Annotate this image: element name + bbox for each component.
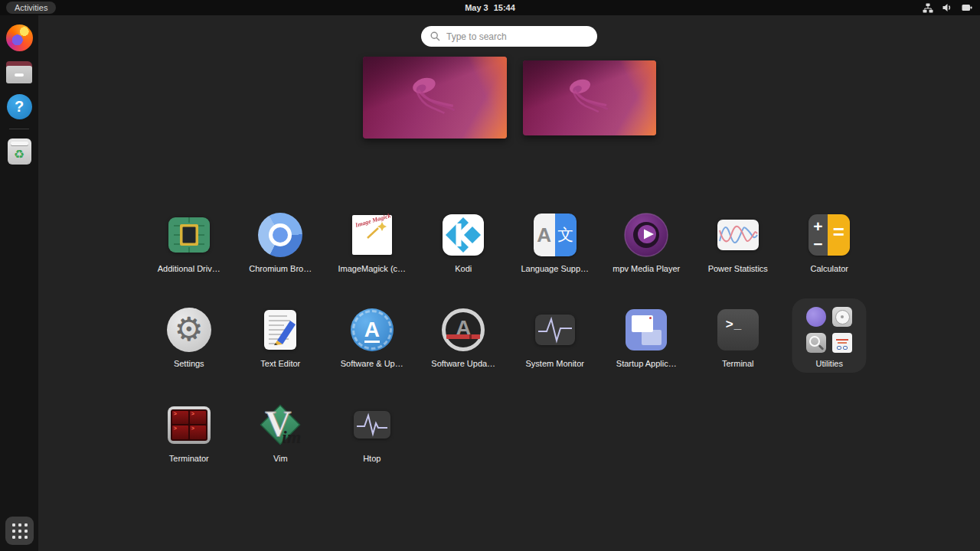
logs-mini-icon bbox=[806, 333, 826, 353]
dock-separator bbox=[9, 129, 29, 129]
text-editor-icon bbox=[256, 305, 305, 354]
vim-im-glyph: im bbox=[282, 427, 301, 447]
app-settings[interactable]: ⚙ Settings bbox=[143, 305, 235, 368]
system-monitor-icon bbox=[531, 305, 580, 354]
plus-glyph: + bbox=[813, 218, 822, 234]
clock-menu[interactable]: May 3 15:44 bbox=[465, 3, 515, 12]
gear-glyph: ⚙ bbox=[174, 313, 204, 346]
app-startup-applications[interactable]: Startup Applic… bbox=[601, 305, 693, 368]
app-calculator[interactable]: + − = Calculator bbox=[784, 210, 876, 273]
system-status-area[interactable] bbox=[923, 3, 972, 13]
app-grid-row-3: > > > > Terminator bbox=[143, 400, 875, 463]
app-label: Additional Driv… bbox=[158, 264, 220, 273]
software-properties-icon: A bbox=[348, 305, 397, 354]
firefox-icon bbox=[6, 24, 33, 51]
app-label: Software Upda… bbox=[431, 359, 495, 368]
show-applications-button[interactable] bbox=[5, 517, 34, 545]
dock-item-help[interactable]: ? bbox=[4, 91, 34, 122]
software-updater-icon: A bbox=[439, 305, 488, 354]
app-power-statistics[interactable]: Power Statistics bbox=[692, 210, 784, 273]
clock-date: May 3 bbox=[465, 3, 488, 12]
boxes-mini-icon bbox=[806, 307, 826, 327]
app-folder-utilities[interactable]: Utilities bbox=[784, 305, 876, 368]
app-label: System Monitor bbox=[526, 359, 584, 368]
additional-drivers-icon bbox=[165, 210, 214, 259]
app-kodi[interactable]: Kodi bbox=[418, 210, 510, 273]
app-terminator[interactable]: > > > > Terminator bbox=[143, 400, 235, 463]
prompt-glyph: >_ bbox=[726, 317, 742, 331]
app-label: Vim bbox=[273, 454, 288, 463]
chromium-icon bbox=[256, 210, 305, 259]
kodi-icon bbox=[439, 210, 488, 259]
clock-time: 15:44 bbox=[494, 3, 515, 12]
network-icon bbox=[923, 3, 933, 13]
app-grid-row-2: ⚙ Settings Text Editor bbox=[143, 305, 875, 368]
power-statistics-icon bbox=[714, 210, 763, 259]
app-label: Language Supp… bbox=[521, 264, 589, 273]
latin-a-glyph: A bbox=[537, 223, 551, 247]
app-chromium[interactable]: Chromium Bro… bbox=[235, 210, 327, 273]
terminator-icon: > > > > bbox=[165, 400, 214, 449]
vim-icon: V im bbox=[256, 400, 305, 449]
search-icon bbox=[430, 31, 440, 41]
app-label: Terminator bbox=[169, 454, 209, 463]
app-vim[interactable]: V im Vim bbox=[235, 400, 327, 463]
app-label: Software & Up… bbox=[341, 359, 403, 368]
activities-button[interactable]: Activities bbox=[6, 2, 56, 14]
help-glyph: ? bbox=[15, 98, 24, 116]
software-a-glyph: A bbox=[364, 318, 380, 342]
app-label: Calculator bbox=[810, 264, 848, 273]
workspace-thumbnails bbox=[38, 57, 980, 139]
search-bar[interactable] bbox=[421, 26, 597, 47]
trash-icon: ♻ bbox=[8, 139, 31, 165]
document-viewer-mini-icon bbox=[832, 333, 852, 353]
battery-icon bbox=[962, 3, 972, 12]
dock-item-firefox[interactable] bbox=[4, 22, 34, 53]
app-software-updater[interactable]: A Software Upda… bbox=[418, 305, 510, 368]
jellyfish-graphic bbox=[547, 72, 629, 119]
volume-icon bbox=[942, 3, 952, 12]
workspace-2-thumbnail[interactable] bbox=[523, 60, 656, 135]
app-software-properties[interactable]: A Software & Up… bbox=[326, 305, 418, 368]
app-grid-row-1: Additional Driv… Chromium Bro… Image Mag… bbox=[143, 210, 875, 273]
app-grid: Additional Driv… Chromium Bro… Image Mag… bbox=[143, 210, 875, 495]
app-text-editor[interactable]: Text Editor bbox=[235, 305, 327, 368]
app-label: Startup Applic… bbox=[616, 359, 677, 368]
language-support-icon: A 文 bbox=[531, 210, 580, 259]
top-bar: Activities May 3 15:44 bbox=[0, 0, 980, 15]
app-label: Settings bbox=[174, 359, 204, 368]
app-imagemagick[interactable]: Image Magick ImageMagick (c… bbox=[326, 210, 418, 273]
app-label: Utilities bbox=[816, 359, 843, 368]
app-system-monitor[interactable]: System Monitor bbox=[509, 305, 601, 368]
equals-glyph: = bbox=[833, 220, 844, 244]
mpv-icon bbox=[622, 210, 671, 259]
app-label: Htop bbox=[363, 454, 381, 463]
help-icon: ? bbox=[7, 94, 32, 119]
app-additional-drivers[interactable]: Additional Driv… bbox=[143, 210, 235, 273]
app-label: ImageMagick (c… bbox=[338, 264, 406, 273]
dock-item-files[interactable] bbox=[4, 57, 34, 87]
search-input[interactable] bbox=[446, 31, 588, 42]
files-icon bbox=[6, 61, 32, 83]
app-language-support[interactable]: A 文 Language Supp… bbox=[509, 210, 601, 273]
app-label: mpv Media Player bbox=[612, 264, 680, 273]
cjk-glyph: 文 bbox=[557, 224, 573, 246]
workspace-1-thumbnail[interactable] bbox=[363, 57, 507, 139]
jellyfish-graphic bbox=[388, 70, 478, 120]
app-label: Text Editor bbox=[260, 359, 300, 368]
calculator-icon: + − = bbox=[805, 210, 854, 259]
app-label: Chromium Bro… bbox=[249, 264, 312, 273]
terminal-icon: >_ bbox=[714, 305, 763, 354]
imagemagick-icon: Image Magick bbox=[348, 210, 397, 259]
utilities-folder-icon bbox=[805, 305, 854, 354]
app-htop[interactable]: Htop bbox=[326, 400, 418, 463]
dock-item-trash[interactable]: ♻ bbox=[4, 136, 34, 167]
htop-icon bbox=[348, 400, 397, 449]
app-terminal[interactable]: >_ Terminal bbox=[692, 305, 784, 368]
startup-applications-icon bbox=[622, 305, 671, 354]
recycle-glyph: ♻ bbox=[14, 148, 24, 161]
app-label: Terminal bbox=[722, 359, 754, 368]
app-mpv[interactable]: mpv Media Player bbox=[601, 210, 693, 273]
app-label: Kodi bbox=[455, 264, 472, 273]
dash-dock: ? ♻ bbox=[0, 15, 38, 551]
